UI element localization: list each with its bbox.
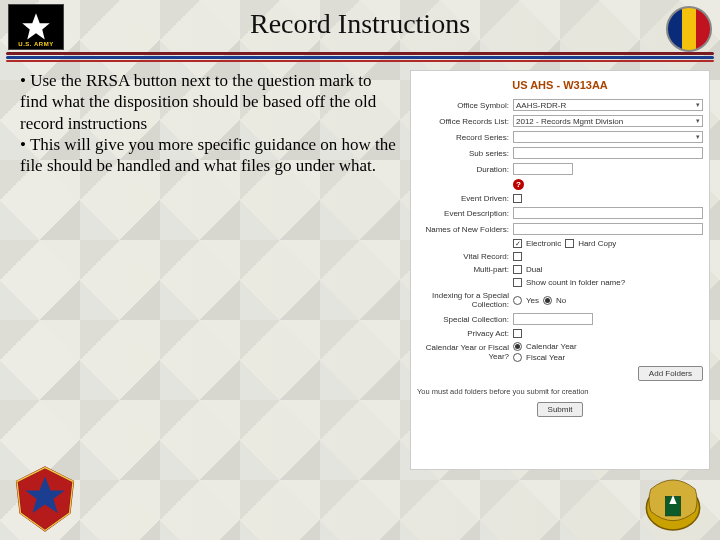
bullet-1: • Use the RRSA button next to the questi…: [20, 70, 400, 134]
chevron-down-icon: ▾: [696, 101, 700, 109]
army-logo: U.S. ARMY: [8, 4, 64, 50]
folder-name-input[interactable]: [513, 223, 703, 235]
electronic-checkbox[interactable]: ✓: [513, 239, 522, 248]
army-logo-text: U.S. ARMY: [9, 41, 63, 47]
label-vital-record: Vital Record:: [417, 252, 509, 261]
duration-input[interactable]: [513, 163, 573, 175]
slide: U.S. ARMY Record Instructions • Use the …: [0, 0, 720, 540]
label-names-new-folders: Names of New Folders:: [417, 225, 509, 234]
no-label: No: [556, 296, 566, 305]
instruction-bullets: • Use the RRSA button next to the questi…: [20, 70, 400, 470]
label-office-records-list: Office Records List:: [417, 117, 509, 126]
bullet-2: • This will give you more specific guida…: [20, 134, 400, 177]
fiscal-year-radio[interactable]: [513, 353, 522, 362]
chevron-down-icon: ▾: [696, 117, 700, 125]
calendar-year-label: Calendar Year: [526, 342, 577, 351]
label-office-symbol: Office Symbol:: [417, 101, 509, 110]
form-screenshot: US AHS - W313AA Office Symbol: AAHS-RDR-…: [410, 70, 710, 470]
add-folders-button[interactable]: Add Folders: [638, 366, 703, 381]
label-calendar-fiscal: Calendar Year or Fiscal Year?: [417, 343, 509, 361]
electronic-label: Electronic: [526, 239, 561, 248]
privacy-act-checkbox[interactable]: [513, 329, 522, 338]
office-symbol-value: AAHS-RDR-R: [516, 101, 566, 110]
flag-roundel-icon: [666, 6, 712, 52]
divider-rules: [6, 52, 714, 64]
indexing-yes-radio[interactable]: [513, 296, 522, 305]
label-sub-series: Sub series:: [417, 149, 509, 158]
indexing-no-radio[interactable]: [543, 296, 552, 305]
calendar-year-radio[interactable]: [513, 342, 522, 351]
label-multi-part: Multi-part:: [417, 265, 509, 274]
sub-series-input[interactable]: [513, 147, 703, 159]
office-records-list-value: 2012 - Records Mgmt Division: [516, 117, 623, 126]
label-record-series: Record Series:: [417, 133, 509, 142]
fiscal-year-label: Fiscal Year: [526, 353, 565, 362]
unit-shield-icon: [10, 464, 80, 534]
office-symbol-select[interactable]: AAHS-RDR-R ▾: [513, 99, 703, 111]
form-note: You must add folders before you submit f…: [417, 387, 703, 396]
show-count-label: Show count in folder name?: [526, 278, 625, 287]
label-privacy-act: Privacy Act:: [417, 329, 509, 338]
star-icon: [21, 12, 51, 42]
header: U.S. ARMY Record Instructions: [0, 0, 720, 60]
page-title: Record Instructions: [0, 0, 720, 40]
svg-marker-0: [22, 13, 50, 39]
label-duration: Duration:: [417, 165, 509, 174]
hardcopy-label: Hard Copy: [578, 239, 616, 248]
yes-label: Yes: [526, 296, 539, 305]
form-heading: US AHS - W313AA: [417, 79, 703, 91]
chevron-down-icon: ▾: [696, 133, 700, 141]
label-event-driven: Event Driven:: [417, 194, 509, 203]
event-driven-checkbox[interactable]: [513, 194, 522, 203]
label-indexing: Indexing for a Special Collection:: [417, 291, 509, 309]
question-mark-icon[interactable]: ?: [513, 179, 524, 190]
event-description-input[interactable]: [513, 207, 703, 219]
record-series-select[interactable]: ▾: [513, 131, 703, 143]
dual-label: Dual: [526, 265, 542, 274]
special-collection-input[interactable]: [513, 313, 593, 325]
dual-checkbox[interactable]: [513, 265, 522, 274]
content-area: • Use the RRSA button next to the questi…: [20, 70, 710, 470]
show-count-checkbox[interactable]: [513, 278, 522, 287]
label-special-collection: Special Collection:: [417, 315, 509, 324]
office-records-list-select[interactable]: 2012 - Records Mgmt Division ▾: [513, 115, 703, 127]
unit-crest-icon: [636, 474, 710, 534]
label-event-description: Event Description:: [417, 209, 509, 218]
submit-button[interactable]: Submit: [537, 402, 584, 417]
vital-record-checkbox[interactable]: [513, 252, 522, 261]
hardcopy-checkbox[interactable]: [565, 239, 574, 248]
